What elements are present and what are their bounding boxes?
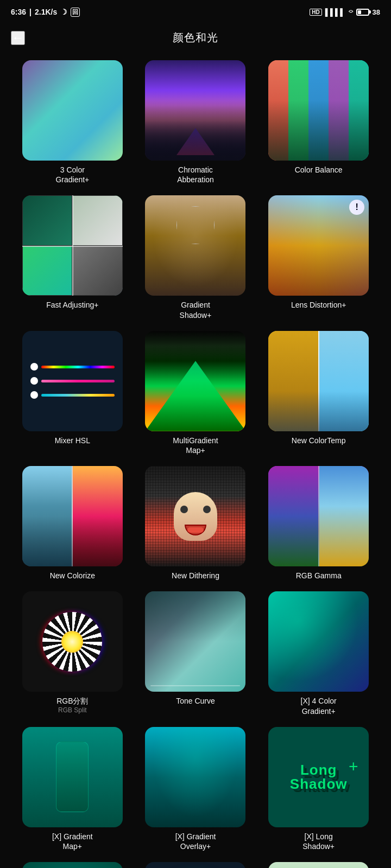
status-left: 6:36 | 2.1K/s ☽ 回 <box>11 8 80 17</box>
list-item[interactable]: [X] GradientMap+ <box>16 727 129 851</box>
effect-label: New Colorize <box>50 571 95 580</box>
effect-thumbnail <box>268 331 369 431</box>
battery-percent: 38 <box>373 8 380 16</box>
effect-label: [X] LongShadow+ <box>302 832 335 851</box>
list-item[interactable]: MultiGradientMap+ <box>140 331 252 455</box>
effect-label: 3 ColorGradient+ <box>55 165 89 184</box>
moon-icon: ☽ <box>60 8 67 16</box>
effect-label: Fast Adjusting+ <box>46 300 98 310</box>
list-item[interactable]: 3 ColorGradient+ <box>16 60 129 184</box>
effect-label: Tone Curve <box>176 696 215 706</box>
effect-thumbnail <box>22 60 123 161</box>
effect-label: MultiGradientMap+ <box>173 436 218 455</box>
effect-thumbnail <box>22 195 123 296</box>
hd-badge: HD <box>310 9 321 16</box>
effect-thumbnail <box>22 862 123 868</box>
list-item[interactable] <box>262 862 375 868</box>
effect-thumbnail <box>145 466 245 566</box>
effect-label: RGB分割 <box>56 696 88 706</box>
effect-label: Lens Distortion+ <box>291 300 346 310</box>
list-item[interactable]: Tone Curve <box>140 591 252 716</box>
effect-thumbnail <box>145 331 245 431</box>
battery-icon <box>356 9 369 16</box>
list-item[interactable]: GradientShadow+ <box>140 195 252 320</box>
effect-thumbnail <box>268 60 369 161</box>
wifi-icon: ⌔ <box>349 8 353 16</box>
effect-label: [X] GradientOverlay+ <box>175 832 216 851</box>
effects-grid: 3 ColorGradient+ ChromaticAbberation Col… <box>0 52 391 868</box>
effect-thumbnail <box>268 591 369 692</box>
list-item[interactable]: New Colorize <box>16 466 129 580</box>
effect-thumbnail: Long Shadow + <box>268 727 369 827</box>
effect-thumbnail <box>22 591 123 692</box>
header: ← 颜色和光 <box>0 24 391 52</box>
list-item[interactable]: ChromaticAbberation <box>140 60 252 184</box>
list-item[interactable] <box>140 862 252 868</box>
effect-thumbnail <box>22 466 123 566</box>
list-item[interactable]: RGB Gamma <box>262 466 375 580</box>
battery-fill <box>358 10 362 14</box>
effect-thumbnail <box>145 862 245 868</box>
effect-sublabel: RGB Split <box>58 706 87 714</box>
separator: | <box>29 8 31 16</box>
effect-thumbnail <box>22 331 123 431</box>
status-right: HD ▌▌▌▌ ⌔ 38 <box>310 8 380 16</box>
effect-label: Color Balance <box>295 165 343 175</box>
list-item[interactable]: Mixer HSL <box>16 331 129 455</box>
effect-label: GradientShadow+ <box>180 300 212 320</box>
effect-thumbnail <box>145 60 245 161</box>
effect-thumbnail <box>268 862 369 868</box>
effect-thumbnail: ! <box>268 195 369 296</box>
effect-thumbnail <box>268 466 369 566</box>
effect-thumbnail <box>145 727 245 827</box>
status-bar: 6:36 | 2.1K/s ☽ 回 HD ▌▌▌▌ ⌔ 38 <box>0 0 391 24</box>
effect-thumbnail <box>145 195 245 296</box>
list-item[interactable]: Fast Adjusting+ <box>16 195 129 320</box>
effect-thumbnail <box>22 727 123 827</box>
back-button[interactable]: ← <box>11 31 25 45</box>
effect-label: RGB Gamma <box>296 571 342 580</box>
signal-icon: ▌▌▌▌ <box>325 8 345 16</box>
effect-label: ChromaticAbberation <box>177 165 214 184</box>
list-item[interactable]: Long Shadow + [X] LongShadow+ <box>262 727 375 851</box>
speed: 2.1K/s <box>35 8 57 16</box>
effect-label: [X] 4 ColorGradient+ <box>301 696 337 716</box>
page-title: 颜色和光 <box>173 30 218 45</box>
list-item[interactable]: [X] 4 ColorGradient+ <box>262 591 375 716</box>
hsl-sliders <box>22 331 123 431</box>
list-item[interactable]: New ColorTemp <box>262 331 375 455</box>
list-item[interactable]: [X] GradientOverlay+ <box>140 727 252 851</box>
time: 6:36 <box>11 8 26 16</box>
effect-label: [X] GradientMap+ <box>52 832 93 851</box>
effect-label: New Dithering <box>172 571 219 580</box>
list-item[interactable]: ! Lens Distortion+ <box>262 195 375 320</box>
nfc-icon: 回 <box>71 8 80 17</box>
list-item[interactable]: Color Balance <box>262 60 375 184</box>
effect-label: Mixer HSL <box>55 436 90 445</box>
list-item[interactable]: RGB分割 RGB Split <box>16 591 129 716</box>
list-item[interactable]: New Dithering <box>140 466 252 580</box>
effect-label: New ColorTemp <box>292 436 346 445</box>
list-item[interactable] <box>16 862 129 868</box>
effect-thumbnail <box>145 591 245 692</box>
